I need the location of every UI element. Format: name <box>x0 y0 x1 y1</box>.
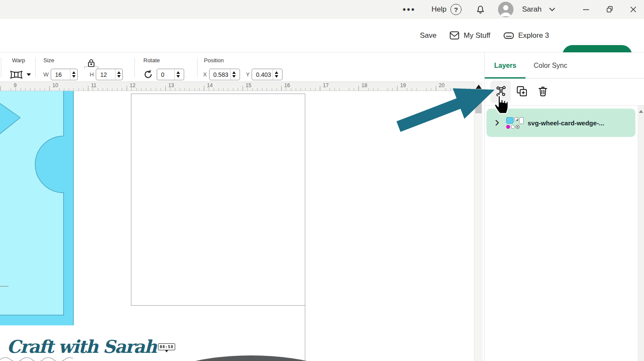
help-label: Help <box>431 5 447 14</box>
toolbar-separator <box>197 58 197 77</box>
stepper-up-icon <box>275 71 278 74</box>
ruler-label: 20 <box>439 82 444 88</box>
help-question-icon: ? <box>450 4 462 15</box>
width-label: W <box>43 71 49 78</box>
rotate-label: Rotate <box>143 57 160 64</box>
stepper-down-icon <box>232 75 236 78</box>
wedge-card-shape[interactable] <box>0 91 74 325</box>
minimize-button[interactable] <box>582 0 590 19</box>
delete-button[interactable] <box>537 85 549 99</box>
ruler-label: 12 <box>130 82 135 88</box>
user-chevron-down-icon[interactable] <box>547 0 557 19</box>
title-bar: ••• Help ? Sarah <box>0 0 644 19</box>
ruler-label: 16 <box>284 82 290 88</box>
ruler-label: 19 <box>400 82 406 88</box>
save-label: Save <box>420 31 437 40</box>
stepper-down-icon <box>275 75 278 78</box>
width-stepper[interactable] <box>70 69 77 80</box>
ruler: 91011121314151617181920 <box>0 82 474 91</box>
position-x-stepper[interactable] <box>230 69 237 80</box>
app-header: Save My Stuff Explore 3 Make <box>0 19 644 52</box>
height-value[interactable] <box>96 69 115 80</box>
ruler-label: 18 <box>361 82 367 88</box>
hand-cursor-icon <box>492 93 511 114</box>
user-name[interactable]: Sarah <box>522 0 541 19</box>
my-stuff-button[interactable]: My Stuff <box>449 19 490 52</box>
scroll-up-icon[interactable] <box>639 110 643 113</box>
height-label: H <box>90 71 94 78</box>
machine-icon <box>503 30 514 41</box>
user-avatar[interactable] <box>498 0 513 19</box>
warp-icon <box>9 70 24 80</box>
ruler-label: 10 <box>52 82 58 88</box>
layer-thumbnail <box>506 117 524 129</box>
stepper-up-icon <box>176 71 180 74</box>
mat-page[interactable] <box>131 94 305 306</box>
warp-dropdown[interactable] <box>9 70 31 80</box>
timestamp-badge: 08:58 <box>158 343 175 350</box>
stepper-up-icon <box>232 71 236 74</box>
duplicate-button[interactable] <box>516 85 528 99</box>
rotate-value[interactable] <box>157 69 174 80</box>
edit-toolbar: Warp Size W <box>0 52 484 82</box>
toolbar-separator <box>35 58 36 77</box>
rotate-input[interactable] <box>157 69 184 80</box>
stepper-down-icon <box>117 75 121 78</box>
ruler-label: 11 <box>91 82 96 88</box>
ruler-label: 14 <box>207 82 213 88</box>
my-stuff-label: My Stuff <box>464 31 490 40</box>
more-options-icon[interactable]: ••• <box>403 0 416 19</box>
height-input[interactable] <box>96 69 123 80</box>
mat-page-edge <box>305 306 305 361</box>
machine-label: Explore 3 <box>518 31 549 40</box>
trash-icon <box>537 85 549 97</box>
position-label: Position <box>204 57 224 64</box>
position-y-value[interactable] <box>252 69 273 80</box>
width-value[interactable] <box>51 69 70 80</box>
watermark-logo: Craft with Sarah <box>7 337 156 357</box>
chevron-down-icon <box>27 73 31 76</box>
tab-layers[interactable]: Layers <box>494 52 516 79</box>
avatar-icon <box>498 2 513 17</box>
height-stepper[interactable] <box>115 69 122 80</box>
width-input[interactable] <box>51 69 78 80</box>
notifications-bell-icon[interactable] <box>475 0 486 19</box>
help-menu[interactable]: Help ? <box>431 0 462 19</box>
restore-button[interactable] <box>606 0 614 19</box>
rotate-stepper[interactable] <box>174 69 182 80</box>
position-y-stepper[interactable] <box>273 69 280 80</box>
toolbar-separator <box>1 58 1 77</box>
app-window: ••• Help ? Sarah <box>0 0 644 361</box>
position-x-label: X <box>203 71 207 78</box>
stepper-up-icon <box>117 71 121 74</box>
stepper-down-icon <box>176 75 180 78</box>
wheel-shape[interactable] <box>143 355 359 361</box>
save-button[interactable]: Save <box>420 19 437 52</box>
duplicate-icon <box>516 85 528 97</box>
size-label: Size <box>43 57 54 64</box>
expand-chevron-icon[interactable] <box>492 118 502 127</box>
position-x-value[interactable] <box>210 69 230 80</box>
layer-name: svg-wheel-card-wedge-... <box>528 119 604 127</box>
toolbar-separator <box>134 58 135 77</box>
stepper-up-icon <box>72 71 76 74</box>
machine-select[interactable]: Explore 3 <box>503 19 549 52</box>
ruler-label: 13 <box>168 82 174 88</box>
lock-icon <box>87 58 95 68</box>
lock-ratio-toggle[interactable] <box>87 58 95 70</box>
my-stuff-icon <box>449 30 460 41</box>
position-x-input[interactable] <box>209 69 240 80</box>
position-y-label: Y <box>246 71 250 78</box>
ruler-label: 15 <box>246 82 251 88</box>
canvas-scrollbar[interactable] <box>474 82 483 361</box>
ruler-label: 9 <box>14 82 17 88</box>
panel-scrollbar[interactable] <box>638 106 644 361</box>
panel-tabs: Layers Color Sync <box>485 52 644 79</box>
rotate-icon[interactable] <box>143 70 153 79</box>
warp-label: Warp <box>12 57 25 64</box>
ruler-label: 17 <box>323 82 328 88</box>
stepper-down-icon <box>72 75 76 78</box>
position-y-input[interactable] <box>252 69 283 80</box>
close-button[interactable] <box>629 0 637 19</box>
tab-color-sync[interactable]: Color Sync <box>534 52 567 79</box>
